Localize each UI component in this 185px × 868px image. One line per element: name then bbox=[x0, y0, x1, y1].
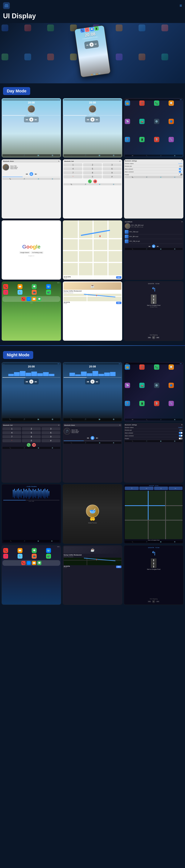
app-icon[interactable]: 💬 bbox=[168, 100, 174, 106]
google-lucky-btn[interactable]: I'm Feeling Lucky bbox=[31, 251, 44, 254]
night-auto-connect-toggle[interactable] bbox=[179, 435, 183, 437]
night-app-icon[interactable]: 🎙️ bbox=[154, 401, 159, 406]
num-0[interactable]: 0 bbox=[83, 175, 102, 178]
auto-answer-toggle[interactable] bbox=[179, 168, 183, 170]
num-1[interactable]: 1 bbox=[63, 163, 82, 166]
music-list-item[interactable]: 华年_开朗.mp3 bbox=[125, 229, 183, 234]
num-9[interactable]: 9 bbox=[103, 171, 122, 175]
num-hash[interactable]: # bbox=[103, 175, 122, 178]
messages-icon[interactable]: 💬 bbox=[32, 284, 36, 289]
app-icon[interactable]: 📱 bbox=[139, 137, 144, 142]
night-num-7[interactable]: 7 bbox=[2, 435, 21, 438]
night-app-icon[interactable]: 🎵 bbox=[139, 365, 144, 370]
night-num-8[interactable]: 8 bbox=[22, 435, 41, 438]
night-num-2[interactable]: 2 bbox=[22, 427, 41, 430]
num-2[interactable]: 2 bbox=[83, 163, 102, 166]
facetime-icon[interactable]: 📹 bbox=[46, 290, 51, 295]
night-maps-icon[interactable]: 🗺️ bbox=[46, 548, 51, 553]
night-app-icon[interactable]: 💬 bbox=[168, 365, 174, 370]
night-app-icon[interactable]: 🔧 bbox=[168, 401, 174, 406]
num-7[interactable]: 7 bbox=[63, 171, 82, 175]
night-num-5[interactable]: 5 bbox=[22, 431, 41, 434]
dock-safari[interactable]: 🌐 bbox=[27, 297, 31, 301]
night-app-icon[interactable]: 📱 bbox=[139, 401, 144, 406]
night-app-icon[interactable]: 🔵 bbox=[168, 383, 174, 388]
night-app-icon[interactable]: ⚙️ bbox=[154, 383, 159, 388]
night-num-star[interactable]: * bbox=[2, 439, 21, 442]
restaurant-go-btn[interactable]: GO bbox=[116, 302, 122, 304]
app-icon[interactable]: 📞 bbox=[154, 100, 159, 106]
night-dock-mail[interactable]: ✉️ bbox=[32, 561, 36, 565]
play-btn-1[interactable]: ⏸ bbox=[29, 118, 33, 122]
music-list-item[interactable]: 华年_开朗_B.mp3 bbox=[125, 239, 183, 244]
dock-mail[interactable]: ✉️ bbox=[32, 297, 36, 301]
night-mail-icon[interactable]: ✉️ bbox=[18, 548, 23, 553]
power-toggle[interactable] bbox=[179, 174, 183, 176]
night-call-btn[interactable]: 📞 bbox=[27, 443, 31, 447]
num-6[interactable]: 6 bbox=[103, 167, 122, 170]
nav-icon[interactable]: ≡ bbox=[180, 3, 182, 8]
night-auto-answer-toggle[interactable] bbox=[179, 432, 183, 434]
night-dock-phone[interactable]: 📞 bbox=[21, 561, 25, 565]
call-btn[interactable]: 📞 bbox=[88, 180, 92, 183]
night-music-icon[interactable]: 🎵 bbox=[3, 554, 8, 559]
num-5[interactable]: 5 bbox=[83, 167, 102, 170]
night-dock-messages[interactable]: 💬 bbox=[37, 561, 41, 565]
night-app-icon[interactable]: 📍 bbox=[125, 401, 130, 406]
music-list-item[interactable]: 华年_预约.mp3 bbox=[125, 234, 183, 239]
num-star[interactable]: * bbox=[63, 175, 82, 178]
night-num-4[interactable]: 4 bbox=[2, 431, 21, 434]
hang-up-btn[interactable]: 📵 bbox=[93, 180, 97, 183]
app-icon[interactable]: 🔧 bbox=[168, 137, 174, 142]
music-icon[interactable]: 🎵 bbox=[3, 290, 8, 295]
night-play-2[interactable]: ⏸ bbox=[90, 379, 95, 384]
auto-connect-toggle[interactable] bbox=[179, 171, 183, 173]
next-btn-1[interactable]: ⏭ bbox=[34, 118, 37, 121]
night-go-btn[interactable]: GO bbox=[116, 566, 122, 568]
night-app-icon[interactable]: 🚗 bbox=[139, 383, 144, 388]
night-num-6[interactable]: 6 bbox=[42, 431, 60, 434]
tv-icon[interactable]: 📺 bbox=[32, 290, 36, 295]
map-go-btn[interactable]: GO bbox=[116, 276, 122, 279]
num-4[interactable]: 4 bbox=[63, 167, 82, 170]
night-facetime-icon[interactable]: 📹 bbox=[46, 554, 51, 559]
night-play-1[interactable]: ⏸ bbox=[29, 379, 33, 384]
menu-icon[interactable] bbox=[3, 2, 10, 9]
night-power-toggle[interactable] bbox=[179, 438, 183, 439]
night-num-1[interactable]: 1 bbox=[2, 427, 21, 430]
bt-play-btn[interactable]: ▶ bbox=[29, 172, 33, 176]
night-num-9[interactable]: 9 bbox=[42, 435, 60, 438]
app-icon[interactable]: 📻 bbox=[125, 100, 130, 106]
app-icon[interactable]: 🚗 bbox=[139, 119, 144, 124]
mail-icon[interactable]: ✉️ bbox=[18, 284, 23, 289]
night-tv-icon[interactable]: 📺 bbox=[32, 554, 36, 559]
night-app-icon[interactable]: 📞 bbox=[154, 365, 159, 370]
night-num-hash[interactable]: # bbox=[42, 439, 60, 442]
nav-arrow-right[interactable]: → bbox=[139, 487, 153, 490]
night-hangup-btn[interactable]: 📵 bbox=[32, 443, 36, 447]
night-num-0[interactable]: 0 bbox=[22, 439, 41, 442]
app-icon[interactable]: 🎵 bbox=[139, 100, 144, 106]
num-3[interactable]: 3 bbox=[103, 163, 122, 166]
app-icon[interactable]: ⚙️ bbox=[154, 119, 159, 124]
num-8[interactable]: 8 bbox=[83, 171, 102, 175]
play-btn-2[interactable]: ⏸ bbox=[90, 118, 95, 122]
app-icon[interactable]: 🎙️ bbox=[154, 137, 159, 142]
social-play[interactable]: ▶ bbox=[152, 245, 155, 248]
night-app-icon[interactable]: 📡 bbox=[125, 383, 130, 388]
google-search-btn[interactable]: Google Search bbox=[19, 251, 30, 254]
nav-arrow-left[interactable]: ← bbox=[168, 487, 183, 490]
podcasts-icon[interactable]: 🎙️ bbox=[18, 290, 23, 295]
phone-icon[interactable]: 📞 bbox=[3, 284, 8, 289]
night-messages-icon[interactable]: 💬 bbox=[32, 548, 36, 553]
night-phone-icon[interactable]: 📞 bbox=[3, 548, 8, 553]
night-bt-play[interactable]: ▶ bbox=[90, 436, 95, 440]
app-icon[interactable]: 📍 bbox=[125, 137, 130, 142]
app-icon[interactable]: 📡 bbox=[125, 119, 130, 124]
maps-icon[interactable]: 🗺️ bbox=[46, 284, 51, 289]
hero-play-button[interactable]: ⏸ bbox=[89, 42, 94, 47]
nav-arrow-up[interactable]: ↑ bbox=[125, 487, 139, 490]
app-icon[interactable]: 🔵 bbox=[168, 119, 174, 124]
nav-arrow-down[interactable]: ↓ bbox=[154, 487, 168, 490]
dock-phone[interactable]: 📞 bbox=[21, 297, 25, 301]
